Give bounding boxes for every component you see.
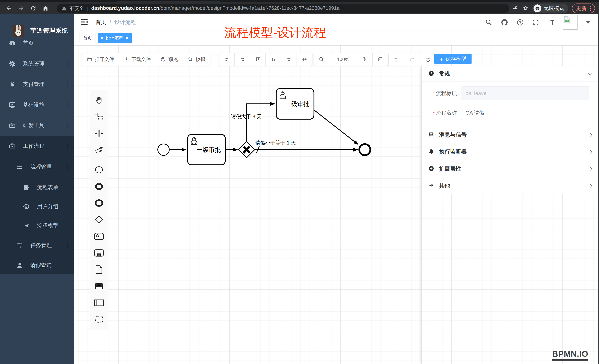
sidebar-item-leave-query[interactable]: 请假查询 (0, 255, 74, 276)
github-icon[interactable] (501, 19, 508, 26)
info-icon: i (428, 70, 434, 77)
header-actions: ? TT (485, 15, 590, 30)
sidebar-item-workflow[interactable]: 工作流程 (0, 136, 74, 156)
incognito-icon (534, 4, 541, 12)
address-divider: | (87, 6, 88, 11)
sidebar-item-label: 研发工具 (23, 122, 44, 129)
reload-icon[interactable] (28, 3, 38, 13)
incognito-label: 无痕模式 (544, 5, 564, 12)
chevron-right-icon (588, 133, 592, 137)
sidebar-item-label: 流程表单 (37, 184, 58, 191)
start-event[interactable] (158, 144, 169, 155)
back-icon[interactable] (4, 3, 14, 13)
panel-section-listeners[interactable]: 执行监听器 (422, 143, 599, 160)
sidebar-item-label: 基础设施 (23, 101, 44, 109)
caret-down-icon[interactable] (586, 21, 590, 24)
form-icon (22, 184, 30, 191)
breadcrumb: 首页 / 设计流程 (96, 19, 136, 26)
sidebar-workflow-section: 工作流程 流程管理 流程表单 用户分组 流程模型 (0, 136, 74, 274)
page-tabbar: 首页 设计流程 × (74, 31, 599, 45)
sidebar-item-label: 系统管理 (23, 60, 44, 68)
url-path: /bpm/manager/model/design?modelId=e4a1a1… (159, 5, 339, 11)
end-event[interactable] (359, 144, 370, 155)
user-task-level1[interactable]: 一级审批 (188, 134, 225, 165)
sidebar-item-process-mgmt[interactable]: 流程管理 (0, 156, 74, 177)
panel-section-messages[interactable]: 消息与信号 (422, 126, 599, 143)
hamburger-icon[interactable] (81, 19, 88, 26)
sidebar-item-devtools[interactable]: 研发工具 (0, 115, 74, 136)
properties-panel: i 常规 *流程标识 *流程名称 消息与信号 (421, 66, 599, 364)
flow-gateway-to-task2 (247, 104, 275, 141)
monitor-icon (8, 101, 16, 109)
chevron-right-icon (588, 184, 592, 188)
sidebar-item-user-group[interactable]: 用户分组 (0, 196, 74, 217)
sidebar-item-process-form[interactable]: 流程表单 (0, 177, 74, 198)
home-icon[interactable] (41, 3, 50, 13)
panel-section-title: 执行监听器 (439, 148, 467, 156)
update-button[interactable]: 更新 (572, 3, 595, 13)
key-icon[interactable] (513, 5, 519, 11)
user-icon (16, 262, 24, 269)
general-form: *流程标识 *流程名称 (422, 82, 599, 126)
breadcrumb-home[interactable]: 首页 (96, 19, 106, 26)
tab-label: 首页 (83, 35, 92, 41)
browser-active-tab[interactable] (116, 1, 220, 2)
process-key-input[interactable] (461, 86, 589, 100)
sidebar-item-infra[interactable]: 基础设施 (0, 95, 74, 115)
process-name-input[interactable] (461, 106, 589, 120)
form-row-process-key: *流程标识 (422, 86, 589, 100)
panel-section-title: 扩展属性 (439, 165, 461, 173)
chevron-down-icon (67, 61, 67, 67)
sidebar-item-label: 用户分组 (37, 203, 58, 210)
toolbox-icon (8, 122, 16, 129)
sidebar-item-home[interactable]: 首页 (0, 33, 74, 53)
send-icon (428, 183, 434, 189)
list-icon (16, 163, 24, 170)
sidebar: 芋道管理系统 首页 系统管理 ¥ 支付管理 基础设施 研发工具 (0, 14, 74, 364)
tab-label: 设计流程 (106, 35, 123, 41)
address-bar[interactable]: 不安全 | dashboard.yudao.iocoder.cn/bpm/man… (57, 4, 509, 13)
sidebar-item-label: 工作流程 (23, 143, 44, 150)
sidebar-item-label: 请假查询 (30, 262, 52, 269)
bell-icon (428, 149, 434, 155)
more-vert-icon[interactable] (590, 6, 591, 11)
panel-section-other[interactable]: 其他 (422, 177, 599, 194)
sidebar-item-label: 流程管理 (30, 163, 52, 170)
star-icon[interactable] (522, 5, 529, 11)
yen-icon: ¥ (8, 81, 16, 88)
sidebar-item-label: 支付管理 (23, 81, 44, 88)
breadcrumb-current: 设计流程 (114, 19, 136, 26)
task1-label: 一级审批 (196, 146, 221, 153)
window-edge (598, 14, 599, 364)
briefcase-icon (8, 143, 16, 150)
panel-section-extensions[interactable]: 扩展属性 (422, 160, 599, 177)
panel-section-general[interactable]: i 常规 (422, 66, 599, 82)
breadcrumb-separator: / (109, 19, 111, 25)
chevron-right-icon (588, 150, 592, 154)
exclusive-gateway[interactable] (238, 142, 255, 158)
tab-design-process[interactable]: 设计流程 × (98, 33, 132, 43)
bpmn-io-logo[interactable]: BPMN.iO (552, 349, 588, 361)
font-size-icon[interactable]: TT (548, 19, 554, 26)
tree-icon (16, 242, 24, 249)
chevron-right-icon (588, 167, 592, 171)
user-task-level2[interactable]: 二级审批 (276, 88, 314, 119)
url-domain: dashboard.yudao.iocoder.cn (91, 5, 159, 11)
sidebar-item-payment[interactable]: ¥ 支付管理 (0, 74, 74, 95)
sidebar-item-task-mgmt[interactable]: 任务管理 (0, 235, 74, 256)
help-icon[interactable]: ? (517, 19, 524, 26)
warning-icon (62, 6, 67, 11)
search-icon[interactable] (485, 19, 492, 26)
tab-home[interactable]: 首页 (79, 33, 96, 43)
sidebar-item-process-model[interactable]: 流程模型 (0, 215, 74, 236)
sidebar-item-label: 任务管理 (30, 242, 52, 249)
security-label: 不安全 (69, 5, 84, 12)
avatar-placeholder[interactable] (563, 15, 578, 30)
fullscreen-icon[interactable] (532, 19, 539, 26)
sidebar-item-system[interactable]: 系统管理 (0, 53, 74, 74)
bpmn-canvas[interactable]: 打开文件 下载文件 预览 模拟 (74, 45, 599, 364)
forward-icon[interactable] (16, 3, 26, 13)
chevron-down-icon (67, 102, 67, 108)
field-label: *流程名称 (422, 109, 461, 116)
close-icon[interactable]: × (126, 35, 128, 41)
